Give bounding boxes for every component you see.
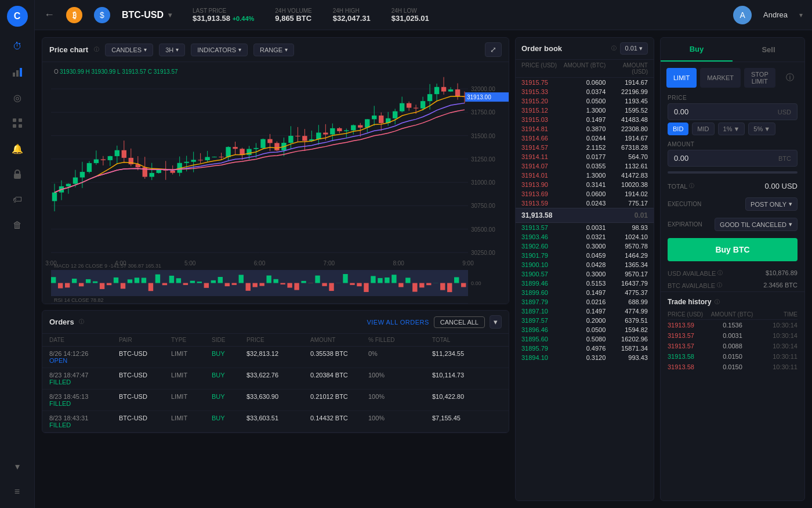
- trade-form: PRICE USD BID MID 1% ▼ 5% ▼ AMOUNT: [661, 88, 804, 193]
- orderbook-ask-row[interactable]: 31915.330.037422196.99: [516, 87, 654, 96]
- orderbook-bid-row[interactable]: 31897.570.20006379.51: [516, 316, 654, 325]
- orderbook-bid-row[interactable]: 31897.790.0216688.99: [516, 297, 654, 307]
- sell-tab[interactable]: Sell: [733, 38, 804, 62]
- amount-input[interactable]: [674, 154, 778, 163]
- orderbook-title: Order book: [521, 44, 608, 53]
- orderbook-ask-row[interactable]: 31914.660.02441914.67: [516, 134, 654, 143]
- username[interactable]: Andrea: [763, 10, 788, 19]
- indicators-button[interactable]: INDICATORS ▾: [191, 44, 248, 56]
- chart-info-icon: ⓘ: [94, 46, 99, 53]
- orderbook-bid-row[interactable]: 31896.460.05001594.82: [516, 325, 654, 334]
- buy-btc-button[interactable]: Buy BTC: [668, 238, 798, 261]
- trading-panel: Buy Sell LIMIT MARKET STOP LIMIT ⓘ PRICE…: [660, 37, 805, 501]
- trade-history-row: 31913.590.153610:30:14: [668, 320, 798, 330]
- main-content: ← ₿ $ BTC-USD ▾ LAST PRICE $31,913.58 +0…: [35, 0, 812, 508]
- trading-pair[interactable]: BTC-USD ▾: [122, 10, 172, 20]
- amount-slider[interactable]: [668, 169, 798, 176]
- orderbook-bid-row[interactable]: 31900.570.30009570.17: [516, 269, 654, 279]
- order-row[interactable]: 8/26 14:12:26 BTC-USD LIMIT BUY $32,813.…: [42, 347, 509, 368]
- svg-rect-2: [20, 68, 22, 77]
- sidebar-icon-chevron-down[interactable]: ▾: [7, 456, 28, 477]
- order-type-info-btn[interactable]: ⓘ: [779, 68, 801, 88]
- orderbook-ask-row[interactable]: 31913.900.314110020.38: [516, 180, 654, 189]
- orderbook-bid-row[interactable]: 31897.100.14974774.99: [516, 307, 654, 316]
- timeframe-button[interactable]: 3H ▾: [159, 44, 185, 56]
- orderbook-bid-row[interactable]: 31900.100.04281365.34: [516, 260, 654, 269]
- sidebar-icon-clock[interactable]: ⏱: [7, 36, 28, 57]
- orderbook-bid-row[interactable]: 31899.600.14974775.37: [516, 288, 654, 297]
- sidebar-icon-bell[interactable]: 🔔: [7, 138, 28, 159]
- orderbook-ask-row[interactable]: 31915.121.30001595.52: [516, 106, 654, 115]
- content-area: Price chart ⓘ CANDLES ▾ 3H ▾ INDICATORS …: [35, 30, 812, 508]
- orderbook-precision[interactable]: 0.01 ▾: [620, 42, 648, 55]
- order-row[interactable]: 8/23 18:47:47 BTC-USD LIMIT BUY $33,622.…: [42, 368, 509, 390]
- orderbook-ask-row[interactable]: 31915.030.149741483.48: [516, 115, 654, 124]
- volume-stat: 24H VOLUME 9,865 BTC: [275, 8, 311, 23]
- orderbook-header: Order book ⓘ 0.01 ▾: [516, 38, 654, 60]
- view-all-orders-button[interactable]: VIEW ALL ORDERS: [367, 319, 429, 326]
- orderbook-bid-row[interactable]: 31902.600.30009570.78: [516, 242, 654, 251]
- orderbook-bid-row[interactable]: 31901.790.04591464.29: [516, 251, 654, 260]
- orderbook-bid-row[interactable]: 31894.100.3120993.43: [516, 353, 654, 362]
- trade-history-row: 31913.580.015010:30:11: [668, 362, 798, 372]
- stop-limit-btn[interactable]: STOP LIMIT: [744, 68, 775, 88]
- svg-rect-5: [13, 124, 16, 128]
- usd-availability: USD AVAILABLE ⓘ $10,876.89: [661, 267, 804, 279]
- expiry-dropdown[interactable]: GOOD TIL CANCELED ▾: [715, 218, 798, 231]
- orderbook-ask-row[interactable]: 31915.750.06001914.67: [516, 78, 654, 87]
- sidebar-icon-trash[interactable]: 🗑: [7, 215, 28, 236]
- orderbook-info-icon: ⓘ: [611, 45, 617, 52]
- pct1-button[interactable]: 1% ▼: [718, 123, 745, 135]
- candles-button[interactable]: CANDLES ▾: [105, 44, 153, 56]
- order-row[interactable]: 8/23 18:45:13 BTC-USD LIMIT BUY $33,630.…: [42, 390, 509, 411]
- market-order-btn[interactable]: MARKET: [700, 68, 741, 88]
- bid-button[interactable]: BID: [668, 123, 688, 135]
- trade-history-info: ⓘ: [715, 298, 720, 306]
- orderbook-bid-row[interactable]: 31895.600.508016202.96: [516, 334, 654, 344]
- high-stat: 24H HIGH $32,047.31: [333, 8, 371, 23]
- sidebar-icon-grid[interactable]: [7, 113, 28, 134]
- topbar: ← ₿ $ BTC-USD ▾ LAST PRICE $31,913.58 +0…: [35, 0, 812, 30]
- orderbook-bid-row[interactable]: 31895.790.497615871.34: [516, 344, 654, 353]
- orderbook-ask-row[interactable]: 31914.070.03551132.61: [516, 161, 654, 171]
- orderbook-bid-row[interactable]: 31899.460.515316437.79: [516, 279, 654, 288]
- buy-tab[interactable]: Buy: [661, 38, 733, 62]
- last-price-stat: LAST PRICE $31,913.58 +0.44%: [193, 8, 254, 23]
- orderbook-ask-row[interactable]: 31914.011.300041472.83: [516, 171, 654, 180]
- orderbook-rows: 31915.750.06001914.6731915.330.037422196…: [516, 78, 654, 500]
- range-button[interactable]: RANGE ▾: [253, 44, 294, 56]
- buy-sell-tabs: Buy Sell: [661, 38, 804, 62]
- orders-info-icon: ⓘ: [79, 318, 84, 326]
- cancel-all-button[interactable]: CANCEL ALL: [434, 316, 485, 328]
- sidebar-icon-tag[interactable]: 🏷: [7, 189, 28, 210]
- app-logo[interactable]: C: [7, 6, 28, 27]
- sidebar-icon-circle[interactable]: ◎: [7, 87, 28, 108]
- price-input[interactable]: [674, 107, 778, 116]
- orderbook-ask-row[interactable]: 31914.572.115267318.28: [516, 143, 654, 152]
- chart-expand-button[interactable]: ⤢: [485, 42, 502, 57]
- sidebar-icon-lock[interactable]: [7, 164, 28, 185]
- execution-dropdown[interactable]: POST ONLY ▾: [745, 197, 798, 211]
- orderbook-ask-row[interactable]: 31914.810.387022308.80: [516, 124, 654, 134]
- orderbook-ask-row[interactable]: 31914.110.0177564.70: [516, 152, 654, 161]
- back-button[interactable]: ←: [44, 9, 55, 21]
- orderbook-ask-row[interactable]: 31913.590.0243775.17: [516, 199, 654, 208]
- trade-history-columns: PRICE (USD) AMOUNT (BTC) TIME: [668, 309, 798, 320]
- amount-row: AMOUNT BTC: [668, 141, 798, 176]
- orderbook-bid-row[interactable]: 31913.570.003198.93: [516, 223, 654, 232]
- trade-history-row: 31913.570.003110:30:14: [668, 330, 798, 341]
- orderbook-ask-row[interactable]: 31915.200.05001193.45: [516, 96, 654, 106]
- limit-order-btn[interactable]: LIMIT: [666, 68, 697, 88]
- chart-header: Price chart ⓘ CANDLES ▾ 3H ▾ INDICATORS …: [42, 38, 509, 62]
- orders-expand-button[interactable]: ▾: [490, 315, 502, 329]
- order-row[interactable]: 8/23 18:43:31 BTC-USD LIMIT BUY $33,603.…: [42, 411, 509, 433]
- sidebar-icon-chart[interactable]: [7, 62, 28, 82]
- orderbook-ask-row[interactable]: 31913.690.06001914.02: [516, 189, 654, 199]
- mid-button[interactable]: MID: [692, 123, 714, 135]
- orderbook-bid-row[interactable]: 31903.460.03211024.10: [516, 232, 654, 242]
- sidebar-icon-menu[interactable]: ≡: [7, 481, 28, 502]
- pct5-button[interactable]: 5% ▼: [748, 123, 775, 135]
- user-avatar[interactable]: A: [733, 6, 752, 24]
- price-chart-canvas: [42, 62, 509, 304]
- btc-availability: BTC AVAILABLE ⓘ 2.3456 BTC: [661, 279, 804, 291]
